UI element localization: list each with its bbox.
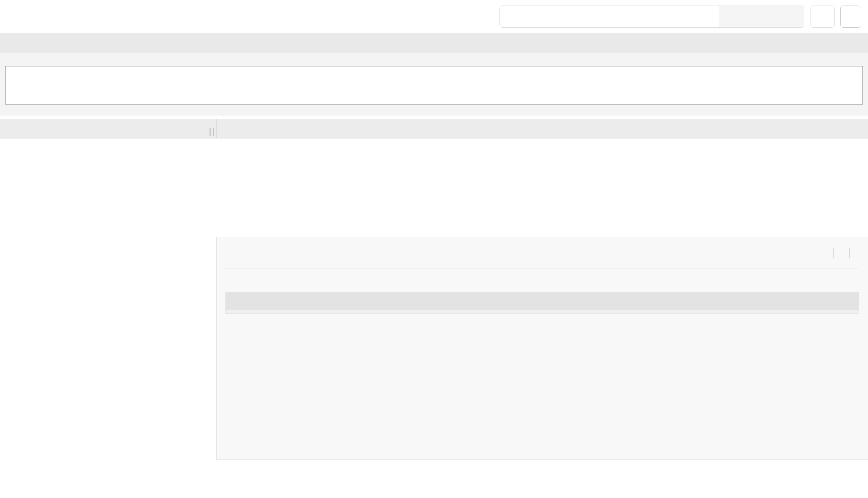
logs-header[interactable] xyxy=(226,292,859,310)
span-detail-panel xyxy=(216,237,868,460)
minimap-scrollbar[interactable] xyxy=(5,107,863,109)
trace-view-dropdown[interactable] xyxy=(840,6,861,28)
divider xyxy=(849,248,850,258)
find-input[interactable] xyxy=(500,6,719,27)
trace-summary-bar xyxy=(0,33,868,53)
find-controls xyxy=(719,6,804,27)
divider xyxy=(833,248,834,258)
back-button[interactable] xyxy=(0,0,38,33)
keyboard-shortcuts-button[interactable] xyxy=(811,6,835,28)
span-detail-header xyxy=(225,237,859,269)
column-resize-handle[interactable] xyxy=(210,128,214,136)
logs-list xyxy=(226,310,859,314)
logs-accordion xyxy=(225,292,859,314)
timeline-axis-header xyxy=(216,119,868,138)
top-bar xyxy=(0,0,868,33)
find-bar xyxy=(499,6,804,28)
minimap-canvas[interactable] xyxy=(5,66,863,105)
trace-viewer-page xyxy=(0,0,868,498)
timeline-table-header xyxy=(0,119,868,138)
timeline-minimap xyxy=(0,53,868,116)
service-operation-header-cell xyxy=(0,119,216,138)
span-detail-stats xyxy=(824,248,859,258)
tags-row[interactable] xyxy=(225,269,859,290)
